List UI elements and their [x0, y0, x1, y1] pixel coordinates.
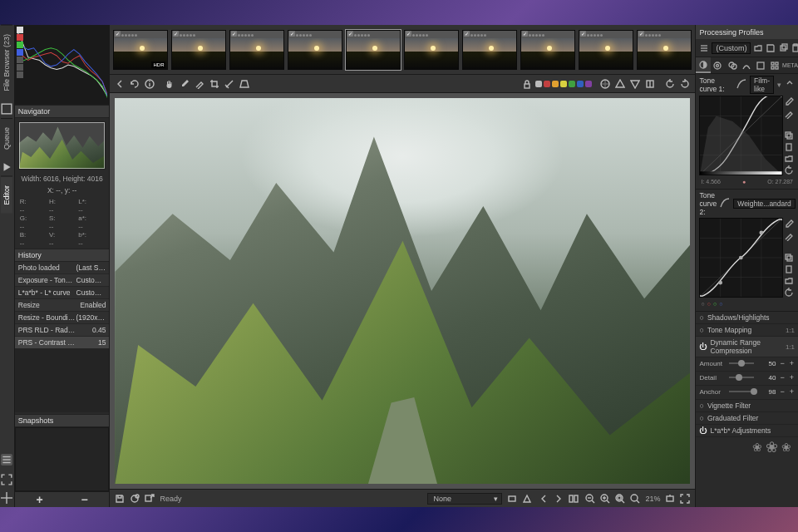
save-icon[interactable]: [113, 492, 126, 505]
anchor-slider-track[interactable]: [729, 391, 754, 392]
image-canvas[interactable]: [110, 93, 695, 489]
zoom-in-icon[interactable]: [598, 492, 612, 505]
rotate-right-icon[interactable]: [678, 77, 692, 91]
color-swatch[interactable]: [577, 81, 584, 87]
crosshair-icon[interactable]: [1, 492, 12, 504]
curve-edit-icon-2[interactable]: [784, 231, 794, 241]
softproof-icon[interactable]: [505, 492, 519, 505]
profile-copy-icon[interactable]: [778, 42, 788, 54]
raw-tab[interactable]: [768, 57, 782, 73]
queue-add-icon[interactable]: [128, 492, 141, 505]
filmstrip-thumb[interactable]: ✓: [288, 30, 342, 70]
amount-plus[interactable]: +: [789, 359, 795, 367]
profile-paste-icon[interactable]: [791, 42, 798, 54]
history-row[interactable]: Photo loaded(Last Saved): [15, 262, 110, 274]
sync-icon[interactable]: [128, 77, 141, 91]
profile-menu-icon[interactable]: [699, 42, 709, 54]
sharpening-preview-icon[interactable]: [643, 77, 657, 91]
color-swatch[interactable]: [569, 81, 575, 87]
gamut-warn-icon[interactable]: [520, 492, 534, 505]
filmstrip-thumb[interactable]: ✓: [346, 30, 401, 70]
hand-icon[interactable]: [163, 77, 176, 91]
hist-red-toggle[interactable]: [17, 34, 23, 41]
zoom-fit-icon[interactable]: [613, 492, 627, 505]
fullscreen-icon[interactable]: [1, 474, 12, 485]
zoom-100-icon[interactable]: [628, 492, 642, 505]
lock-icon[interactable]: [520, 77, 534, 91]
clipping-shadows-icon[interactable]: [613, 77, 627, 91]
info-icon[interactable]: [143, 77, 156, 91]
filmstrip[interactable]: ✓ HDR ✓ ✓ ✓ ✓ ✓ ✓ ✓ ✓ ✓: [110, 25, 695, 75]
exposure-tab[interactable]: [696, 57, 710, 73]
prev-image-icon[interactable]: [537, 492, 550, 505]
filmstrip-thumb[interactable]: ✓: [229, 30, 284, 70]
curve-editor-1[interactable]: [699, 96, 783, 175]
curve-save-icon[interactable]: [784, 154, 794, 164]
transform-tab[interactable]: [754, 57, 768, 73]
curve-undo-icon-2[interactable]: [784, 288, 794, 298]
color-swatch[interactable]: [544, 81, 550, 87]
advanced-tab[interactable]: [739, 57, 753, 73]
fullscreen-toggle-icon[interactable]: [678, 492, 692, 505]
curve-editor-2[interactable]: [699, 218, 783, 298]
wb-picker-icon[interactable]: [193, 77, 206, 91]
curve-save-icon-2[interactable]: [784, 276, 794, 286]
monitor-profile-select[interactable]: None: [427, 493, 502, 505]
amount-minus[interactable]: −: [779, 359, 785, 367]
curve-pipette-icon-2[interactable]: [784, 219, 794, 229]
detail-tab[interactable]: [711, 57, 725, 73]
profile-save-icon[interactable]: [766, 42, 776, 54]
color-swatch[interactable]: [560, 81, 567, 87]
curve-copy-icon[interactable]: [784, 131, 794, 140]
curve-paste-icon[interactable]: [784, 142, 794, 152]
new-window-icon[interactable]: [663, 492, 677, 505]
perspective-icon[interactable]: [238, 77, 251, 91]
filmstrip-thumb[interactable]: ✓: [520, 30, 575, 70]
tone-curve-1-mode[interactable]: Film-like: [750, 76, 774, 94]
curve-edit-icon[interactable]: [784, 109, 794, 119]
zoom-out-icon[interactable]: [584, 492, 597, 505]
straighten-icon[interactable]: [223, 77, 236, 91]
hist-opt-3[interactable]: [17, 71, 23, 78]
detail-slider-track[interactable]: [729, 377, 754, 378]
preferences-icon[interactable]: [1, 454, 12, 466]
profile-load-icon[interactable]: [753, 42, 763, 54]
filmstrip-thumb[interactable]: ✓: [637, 30, 692, 70]
navigator-preview[interactable]: [18, 121, 106, 170]
before-after-icon[interactable]: [567, 492, 580, 505]
hist-luma-toggle[interactable]: [17, 27, 23, 33]
lab-adjustments-toggle[interactable]: ⏻ L*a*b* Adjustments: [696, 425, 798, 437]
filmstrip-thumb[interactable]: ✓: [462, 30, 517, 70]
detail-plus[interactable]: +: [789, 373, 795, 382]
amount-slider-track[interactable]: [729, 362, 754, 364]
curve-paste-icon-2[interactable]: [784, 264, 794, 274]
hist-green-toggle[interactable]: [17, 42, 23, 48]
curve-type-icon[interactable]: [736, 79, 746, 91]
dropper-icon[interactable]: [178, 77, 191, 91]
queue-play-icon[interactable]: [1, 161, 12, 173]
history-row[interactable]: PRS RLD - Radius0.45: [15, 324, 110, 337]
tab-queue[interactable]: Queue: [1, 118, 12, 158]
color-tab[interactable]: [725, 57, 739, 73]
rotate-left-icon[interactable]: [663, 77, 677, 91]
snapshot-remove[interactable]: −: [75, 493, 95, 506]
filmstrip-thumb[interactable]: ✓: [171, 30, 226, 70]
history-row[interactable]: L*a*b* - L* curveCustom curve: [15, 287, 110, 299]
drc-toggle[interactable]: ⏻ Dynamic Range Compression 1:1: [696, 337, 798, 357]
tone-mapping-toggle[interactable]: ○ Tone Mapping 1:1: [696, 324, 798, 337]
hist-blue-toggle[interactable]: [17, 49, 23, 56]
curve-undo-icon[interactable]: [784, 165, 794, 175]
external-edit-icon[interactable]: [143, 492, 156, 505]
detail-minus[interactable]: −: [779, 373, 785, 382]
hist-opt-2[interactable]: [17, 64, 23, 71]
metadata-tab[interactable]: META: [782, 57, 798, 73]
snapshot-add[interactable]: +: [29, 493, 49, 506]
rgb-histogram[interactable]: [15, 25, 110, 105]
next-image-icon[interactable]: [552, 492, 565, 505]
graduated-filter-toggle[interactable]: ○ Graduated Filter: [696, 412, 798, 425]
crop-icon[interactable]: [208, 77, 221, 91]
filmstrip-thumb[interactable]: ✓: [404, 30, 459, 70]
history-row[interactable]: ResizeEnabled: [15, 299, 110, 312]
filmstrip-thumb[interactable]: ✓ HDR: [113, 30, 168, 70]
hist-opt-1[interactable]: [17, 57, 23, 63]
